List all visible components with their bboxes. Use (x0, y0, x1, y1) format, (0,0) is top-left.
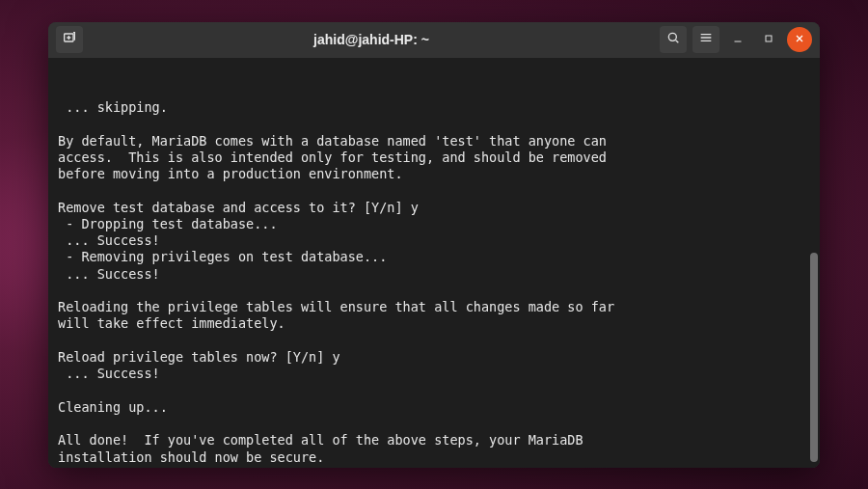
terminal-output: ... skipping. By default, MariaDB comes … (58, 99, 810, 467)
output-line: - Removing privileges on test database..… (58, 249, 387, 264)
search-button[interactable] (660, 26, 687, 53)
maximize-icon (763, 31, 774, 48)
maximize-button[interactable] (756, 27, 781, 52)
minimize-icon (732, 31, 744, 48)
hamburger-icon (698, 30, 714, 49)
window-title: jahid@jahid-HP: ~ (89, 32, 654, 47)
svg-rect-2 (766, 36, 772, 41)
output-line: By default, MariaDB comes with a databas… (58, 133, 607, 149)
minimize-button[interactable] (725, 27, 750, 52)
new-tab-icon (62, 30, 77, 49)
titlebar: jahid@jahid-HP: ~ (48, 22, 820, 59)
terminal-window: jahid@jahid-HP: ~ (48, 22, 820, 468)
new-tab-button[interactable] (56, 26, 83, 53)
output-line: Reload privilege tables now? [Y/n] y (58, 349, 340, 365)
output-line: ... Success! (58, 232, 160, 248)
menu-button[interactable] (692, 26, 719, 53)
output-line: ... skipping. (58, 99, 168, 115)
output-line: will take effect immediately. (58, 315, 285, 331)
close-button[interactable] (787, 27, 812, 52)
output-line: - Dropping test database... (58, 216, 278, 231)
output-line: Cleaning up... (58, 399, 168, 415)
output-line: access. This is also intended only for t… (58, 149, 607, 165)
svg-point-1 (668, 33, 676, 41)
output-line: Remove test database and access to it? [… (58, 200, 419, 215)
close-icon (794, 31, 805, 48)
terminal-body[interactable]: ... skipping. By default, MariaDB comes … (48, 59, 820, 468)
output-line: ... Success! (58, 266, 160, 282)
search-icon (665, 30, 681, 49)
output-line: before moving into a production environm… (58, 166, 403, 181)
output-line: All done! If you've completed all of the… (58, 432, 583, 448)
output-line: installation should now be secure. (58, 449, 324, 465)
scrollbar-thumb[interactable] (810, 253, 818, 461)
scrollbar-track[interactable] (810, 155, 818, 462)
output-line: Reloading the privilege tables will ensu… (58, 299, 614, 314)
output-line: ... Success! (58, 366, 160, 381)
